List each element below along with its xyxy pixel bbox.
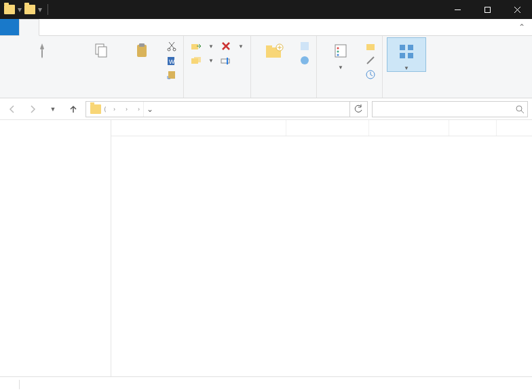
rename-button[interactable]	[218, 54, 246, 67]
svg-text:W: W	[169, 58, 175, 65]
nav-back-button[interactable]	[4, 101, 20, 117]
svg-rect-21	[301, 42, 309, 50]
statusbar	[0, 376, 532, 392]
svg-rect-13	[191, 44, 198, 50]
svg-rect-15	[194, 57, 201, 62]
file-rows[interactable]	[111, 136, 532, 376]
svg-rect-16	[221, 59, 229, 63]
svg-point-25	[337, 51, 339, 53]
new-group-label	[255, 96, 312, 98]
qat-folder-icon[interactable]	[24, 5, 35, 14]
breadcrumb-0[interactable]: ›	[107, 102, 119, 117]
history-icon[interactable]	[364, 68, 377, 81]
svg-rect-27	[366, 44, 375, 50]
minimize-button[interactable]	[442, 0, 472, 19]
select-button[interactable]: ▼	[387, 37, 426, 72]
svg-rect-1	[484, 7, 490, 12]
col-size[interactable]	[449, 120, 497, 136]
col-name[interactable]	[111, 120, 286, 136]
tab-view[interactable]	[58, 19, 77, 35]
ribbon-tabs: ⌃	[0, 19, 532, 36]
column-headers[interactable]	[111, 120, 532, 136]
svg-rect-29	[400, 45, 405, 50]
ribbon: W ▼ ▼ ▼	[0, 36, 532, 98]
edit-icon[interactable]	[364, 54, 377, 66]
tab-home[interactable]	[19, 19, 39, 36]
tab-file[interactable]	[0, 19, 19, 35]
svg-line-34	[521, 111, 524, 113]
tab-share[interactable]	[39, 19, 58, 35]
nav-up-button[interactable]	[65, 101, 81, 117]
nav-recent-button[interactable]: ▼	[45, 101, 61, 117]
properties-button[interactable]: ▼	[321, 37, 360, 71]
breadcrumb-2[interactable]: ›	[131, 102, 143, 117]
col-type[interactable]	[369, 120, 449, 136]
clipboard-group-label	[4, 96, 179, 98]
svg-rect-12	[168, 71, 175, 79]
select-group-label	[387, 96, 426, 98]
svg-rect-31	[400, 53, 405, 58]
search-input[interactable]	[372, 101, 528, 117]
cut-icon[interactable]	[166, 40, 178, 52]
window-folder-icon	[4, 5, 15, 14]
svg-rect-30	[408, 45, 413, 50]
titlebar: ▾ ▾	[0, 0, 532, 19]
breadcrumb-1[interactable]: ›	[119, 102, 131, 117]
svg-point-33	[516, 106, 522, 111]
svg-rect-19	[266, 45, 272, 48]
svg-point-26	[337, 54, 339, 56]
file-list	[111, 120, 532, 376]
col-date[interactable]	[286, 120, 369, 136]
organize-group-label	[188, 96, 246, 98]
address-row: ▼ ⟨ › › › ⌄	[0, 98, 532, 120]
open-group-label	[321, 96, 378, 98]
pin-quickaccess-button[interactable]	[4, 37, 80, 63]
svg-rect-32	[408, 53, 413, 58]
svg-point-22	[301, 56, 309, 64]
easy-access-icon[interactable]	[299, 54, 311, 66]
svg-rect-7	[139, 43, 145, 47]
maximize-button[interactable]	[472, 0, 502, 19]
move-to-button[interactable]: ▼	[188, 39, 216, 53]
copy-to-button[interactable]: ▼	[188, 54, 216, 67]
new-item-icon[interactable]	[299, 40, 311, 52]
address-folder-icon	[90, 104, 101, 114]
address-bar[interactable]: ⟨ › › › ⌄	[86, 101, 368, 117]
paste-shortcut-icon[interactable]	[166, 68, 178, 81]
ribbon-collapse-button[interactable]: ⌃	[512, 19, 532, 35]
address-dropdown-button[interactable]: ⌄	[143, 102, 155, 117]
paste-button[interactable]	[122, 37, 162, 63]
refresh-button[interactable]	[349, 102, 366, 117]
delete-button[interactable]: ▼	[218, 39, 246, 53]
open-icon[interactable]	[364, 40, 377, 52]
search-icon	[515, 104, 525, 114]
svg-point-24	[337, 47, 339, 50]
copy-button[interactable]	[81, 37, 121, 63]
copy-path-icon[interactable]: W	[166, 54, 178, 66]
nav-forward-button[interactable]	[24, 101, 41, 117]
close-button[interactable]	[502, 0, 532, 19]
svg-rect-5	[98, 47, 107, 57]
navigation-pane[interactable]	[0, 120, 111, 376]
svg-rect-23	[335, 45, 346, 57]
new-folder-button[interactable]	[255, 37, 294, 63]
